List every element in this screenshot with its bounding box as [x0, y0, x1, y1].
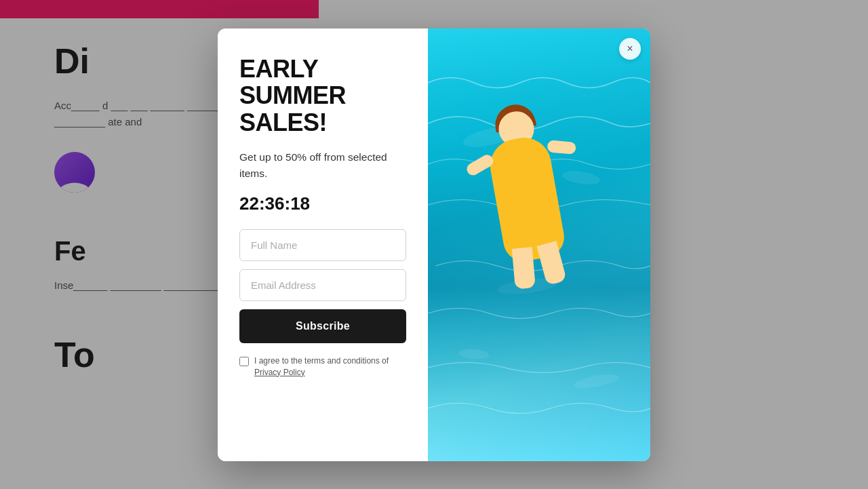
- figure-leg-left: [512, 247, 536, 289]
- modal-right-panel: ×: [428, 28, 650, 461]
- figure-leg-right: [536, 241, 567, 286]
- modal-close-button[interactable]: ×: [619, 38, 641, 60]
- privacy-policy-link[interactable]: Privacy Policy: [254, 368, 305, 377]
- terms-label[interactable]: I agree to the terms and conditions of P…: [239, 355, 406, 378]
- svg-point-3: [458, 348, 490, 359]
- figure-arm-right: [547, 140, 576, 155]
- modal-dialog: EARLY SUMMER SALES! Get up to 50% off fr…: [218, 28, 650, 461]
- terms-text: I agree to the terms and conditions of P…: [254, 355, 406, 378]
- subscribe-button[interactable]: Subscribe: [239, 309, 406, 343]
- close-icon: ×: [627, 43, 633, 55]
- modal-headline: EARLY SUMMER SALES!: [239, 56, 406, 136]
- modal-overlay: EARLY SUMMER SALES! Get up to 50% off fr…: [0, 0, 868, 489]
- modal-left-panel: EARLY SUMMER SALES! Get up to 50% off fr…: [218, 28, 428, 461]
- modal-subtext: Get up to 50% off from selected items.: [239, 149, 406, 181]
- terms-checkbox[interactable]: [239, 357, 249, 366]
- svg-point-4: [573, 371, 620, 390]
- modal-timer: 22:36:18: [239, 193, 406, 214]
- full-name-input[interactable]: [239, 229, 406, 261]
- pool-image: [428, 28, 650, 461]
- email-input[interactable]: [239, 269, 406, 301]
